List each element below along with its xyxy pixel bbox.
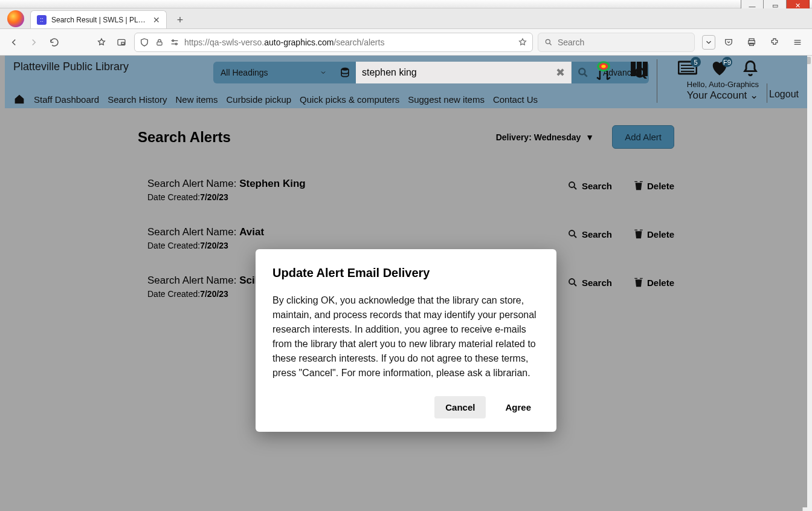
firefox-logo-icon [7, 10, 24, 27]
svg-rect-2 [157, 42, 162, 45]
bookmark-star-icon[interactable] [94, 34, 109, 51]
pocket-icon[interactable] [720, 34, 737, 51]
browser-search-box[interactable] [538, 33, 695, 52]
extensions-icon[interactable] [766, 34, 783, 51]
picture-in-picture-icon[interactable] [114, 34, 129, 51]
url-text: https://qa-swls-verso.auto-graphics.com/… [184, 37, 513, 47]
print-icon[interactable] [743, 34, 760, 51]
browser-search-input[interactable] [558, 37, 688, 47]
url-star-icon[interactable] [518, 37, 527, 47]
nav-back-button[interactable] [6, 34, 22, 51]
new-tab-button[interactable]: + [172, 11, 188, 28]
browser-tab[interactable]: :: Search Result | SWLS | PLATT | A ✕ [30, 10, 167, 28]
svg-point-5 [546, 39, 550, 44]
svg-rect-8 [750, 43, 754, 45]
tab-favicon-icon: :: [37, 15, 47, 25]
app-menu-icon[interactable] [789, 34, 806, 51]
page-viewport: Platteville Public Library All Headings … [0, 56, 812, 511]
nav-forward-button[interactable] [27, 34, 42, 51]
svg-point-4 [175, 43, 177, 45]
svg-rect-1 [121, 42, 124, 44]
agree-button[interactable]: Agree [497, 396, 540, 418]
permissions-icon[interactable] [170, 37, 179, 47]
window-titlebar: — ▭ ✕ [0, 0, 812, 8]
nav-reload-button[interactable] [47, 34, 62, 51]
browser-tabstrip: :: Search Result | SWLS | PLATT | A ✕ + [0, 8, 812, 29]
modal-body: By clicking OK, you acknowledge that the… [272, 293, 540, 380]
url-bar[interactable]: https://qa-swls-verso.auto-graphics.com/… [134, 33, 533, 52]
shield-icon[interactable] [140, 37, 149, 47]
update-alert-modal: Update Alert Email Delivery By clicking … [256, 249, 556, 432]
lock-icon[interactable] [155, 38, 164, 47]
svg-point-3 [172, 40, 174, 42]
cancel-button[interactable]: Cancel [434, 396, 486, 418]
browser-toolbar: https://qa-swls-verso.auto-graphics.com/… [0, 29, 812, 56]
search-icon [544, 38, 553, 47]
search-engine-chevron[interactable] [702, 35, 715, 50]
tab-close-icon[interactable]: ✕ [153, 15, 160, 25]
modal-title: Update Alert Email Delivery [272, 266, 540, 280]
modal-overlay: Update Alert Email Delivery By clicking … [5, 56, 807, 507]
tab-title: Search Result | SWLS | PLATT | A [51, 16, 148, 24]
